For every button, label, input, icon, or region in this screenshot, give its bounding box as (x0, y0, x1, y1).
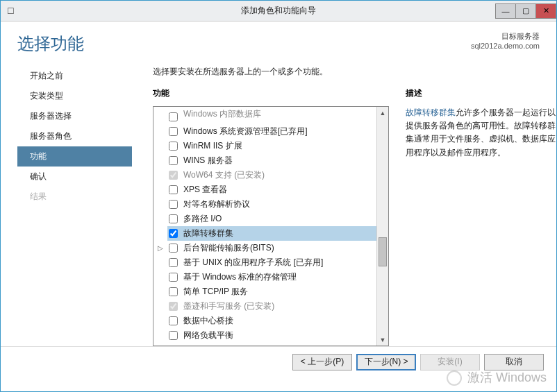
page-header: 选择功能 目标服务器 sql2012a.demo.com (1, 22, 556, 63)
feature-label: 后台智能传输服务(BITS) (183, 242, 274, 254)
instruction-text: 选择要安装在所选服务器上的一个或多个功能。 (153, 66, 556, 78)
window-title: 添加角色和功能向导 (241, 5, 316, 17)
feature-label: WoW64 支持 (已安装) (183, 169, 265, 181)
feature-row[interactable]: XPS 查看器 (167, 182, 376, 197)
chevron-right-icon[interactable]: ▷ (158, 244, 165, 252)
feature-checkbox[interactable] (169, 156, 178, 165)
feature-label: WINS 服务器 (183, 155, 233, 167)
features-listbox[interactable]: Windows 内部数据库Windows 系统资源管理器[已弃用]WinRM I… (153, 106, 389, 346)
feature-row[interactable]: WinRM IIS 扩展 (167, 139, 376, 153)
feature-row[interactable]: WINS 服务器 (167, 153, 376, 168)
feature-row[interactable]: WoW64 支持 (已安装) (167, 168, 376, 182)
feature-label: 故障转移群集 (183, 228, 233, 239)
maximize-button[interactable]: ▢ (515, 3, 536, 19)
feature-row[interactable]: 网络负载平衡 (167, 328, 376, 343)
feature-label: 网络负载平衡 (183, 330, 233, 341)
scroll-down-icon[interactable]: ▼ (377, 334, 388, 346)
feature-label: 对等名称解析协议 (183, 198, 250, 210)
minimize-button[interactable]: — (495, 3, 516, 19)
previous-button[interactable]: < 上一步(P) (292, 354, 352, 370)
feature-checkbox[interactable] (169, 127, 178, 136)
feature-label: 简单 TCP/IP 服务 (183, 286, 248, 298)
feature-row[interactable]: Windows 内部数据库 (167, 110, 376, 124)
scroll-track[interactable] (377, 119, 388, 334)
description-link: 故障转移群集 (406, 108, 456, 117)
cancel-button[interactable]: 取消 (484, 354, 544, 370)
feature-label: 基于 Windows 标准的存储管理 (183, 271, 297, 283)
feature-checkbox[interactable] (169, 316, 178, 325)
scroll-thumb[interactable] (379, 237, 387, 266)
feature-label: 基于 UNIX 的应用程序子系统 [已弃用] (183, 257, 323, 269)
feature-row[interactable]: 墨迹和手写服务 (已安装) (167, 299, 376, 314)
app-icon: ☐ (1, 6, 20, 16)
feature-checkbox (169, 302, 178, 311)
feature-label: 多路径 I/O (183, 213, 222, 225)
close-button[interactable]: ✕ (535, 3, 556, 19)
description-panel-title: 描述 (406, 87, 556, 99)
feature-row[interactable]: ▷后台智能传输服务(BITS) (167, 241, 376, 255)
feature-label: WinRM IIS 扩展 (183, 140, 242, 152)
feature-label: Windows 系统资源管理器[已弃用] (183, 126, 308, 137)
feature-row[interactable]: 对等名称解析协议 (167, 197, 376, 212)
nav-step[interactable]: 服务器选择 (17, 106, 132, 126)
features-panel-title: 功能 (153, 87, 389, 99)
feature-checkbox[interactable] (169, 214, 178, 223)
feature-label: 墨迹和手写服务 (已安装) (183, 300, 274, 312)
page-title: 选择功能 (17, 33, 84, 55)
scroll-up-icon[interactable]: ▲ (377, 107, 388, 119)
feature-label: 数据中心桥接 (183, 315, 233, 327)
nav-step[interactable]: 确认 (17, 167, 132, 187)
features-scrollbar[interactable]: ▲ ▼ (376, 107, 388, 346)
feature-row[interactable]: 简单 TCP/IP 服务 (167, 284, 376, 299)
target-server-label: 目标服务器 (471, 31, 540, 42)
feature-checkbox[interactable] (169, 287, 178, 296)
feature-row[interactable]: 基于 UNIX 的应用程序子系统 [已弃用] (167, 255, 376, 270)
feature-checkbox[interactable] (169, 200, 178, 209)
nav-step[interactable]: 服务器角色 (17, 126, 132, 146)
feature-row[interactable]: 基于 Windows 标准的存储管理 (167, 270, 376, 284)
description-text: 故障转移群集允许多个服务器一起运行以提供服务器角色的高可用性。故障转移群集通常用… (406, 106, 556, 160)
nav-step[interactable]: 功能 (17, 146, 132, 167)
feature-label: XPS 查看器 (183, 184, 227, 196)
feature-row[interactable]: 数据中心桥接 (167, 314, 376, 328)
window-controls: — ▢ ✕ (496, 3, 556, 19)
feature-row[interactable]: Windows 系统资源管理器[已弃用] (167, 124, 376, 139)
feature-checkbox (169, 171, 178, 180)
feature-checkbox[interactable] (169, 258, 178, 267)
nav-step[interactable]: 开始之前 (17, 66, 132, 86)
feature-row[interactable]: 故障转移群集 (167, 226, 376, 241)
nav-step[interactable]: 安装类型 (17, 86, 132, 106)
feature-checkbox[interactable] (169, 142, 178, 151)
feature-checkbox[interactable] (169, 112, 178, 121)
target-server-name: sql2012a.demo.com (471, 42, 540, 50)
feature-checkbox[interactable] (169, 229, 178, 238)
target-server-box: 目标服务器 sql2012a.demo.com (471, 31, 540, 50)
nav-step: 结果 (17, 187, 132, 207)
titlebar: ☐ 添加角色和功能向导 — ▢ ✕ (1, 1, 556, 22)
wizard-footer: < 上一步(P) 下一步(N) > 安装(I) 取消 (1, 346, 556, 377)
feature-checkbox[interactable] (169, 273, 178, 282)
feature-row[interactable]: 多路径 I/O (167, 212, 376, 226)
feature-checkbox[interactable] (169, 244, 178, 253)
feature-checkbox[interactable] (169, 331, 178, 340)
install-button: 安装(I) (420, 354, 480, 370)
feature-checkbox[interactable] (169, 185, 178, 194)
wizard-nav: 开始之前安装类型服务器选择服务器角色功能确认结果 (17, 63, 132, 346)
next-button[interactable]: 下一步(N) > (356, 354, 416, 370)
feature-label: Windows 内部数据库 (183, 108, 261, 120)
